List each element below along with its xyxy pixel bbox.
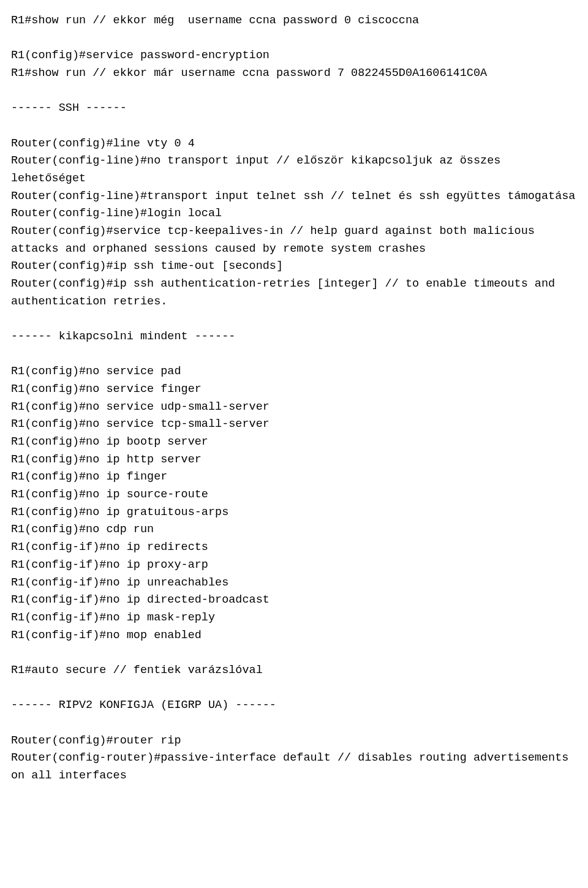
text-line: R1(config)#service password-encryption [11,47,577,65]
text-line: ------ kikapcsolni mindent ------ [11,328,577,346]
text-line: R1(config)#no service pad [11,363,577,381]
text-line: R1(config)#no ip http server [11,451,577,469]
text-line: R1(config)#no ip gratuitous-arps [11,504,577,522]
text-line: Router(config)#line vty 0 4 [11,135,577,153]
text-line [11,310,577,328]
text-line [11,715,577,732]
text-line: Router(config)#ip ssh time-out [seconds] [11,258,577,276]
text-line [11,644,577,662]
text-line: R1(config-if)#no ip unreachables [11,574,577,592]
text-line: R1(config)#no cdp run [11,521,577,539]
text-line: Router(config)#service tcp-keepalives-in… [11,223,577,258]
text-line: R1(config-if)#no ip directed-broadcast [11,592,577,609]
text-line [11,30,577,48]
text-line: Router(config)#ip ssh authentication-ret… [11,276,577,310]
text-line: R1(config-if)#no mop enabled [11,627,577,645]
text-line [11,680,577,698]
text-line: Router(config-line)#no transport input /… [11,152,577,187]
text-line: R1(config)#no ip finger [11,468,577,486]
text-line: ------ RIPV2 KONFIGJA (EIGRP UA) ------ [11,697,577,715]
text-line: Router(config-line)#transport input teln… [11,188,577,206]
text-line: R1(config)#no service udp-small-server [11,399,577,416]
text-line: Router(config-router)#passive-interface … [11,750,577,785]
text-line: R1#show run // ekkor már username ccna p… [11,65,577,83]
text-line: R1(config-if)#no ip proxy-arp [11,557,577,574]
text-line [11,83,577,100]
text-line [11,346,577,364]
text-line: R1(config-if)#no ip mask-reply [11,609,577,627]
text-line [11,118,577,135]
text-line: R1(config)#no ip bootp server [11,434,577,451]
text-line: R1#auto secure // fentiek varázslóval [11,662,577,680]
document-content: R1#show run // ekkor még username ccna p… [11,12,577,785]
text-line: R1(config-if)#no ip redirects [11,539,577,557]
text-line: R1(config)#no ip source-route [11,486,577,504]
text-line: Router(config)#router rip [11,732,577,750]
text-line: ------ SSH ------ [11,100,577,118]
text-line: R1(config)#no service tcp-small-server [11,416,577,434]
text-line: R1(config)#no service finger [11,381,577,399]
text-line: Router(config-line)#login local [11,205,577,223]
text-line: R1#show run // ekkor még username ccna p… [11,12,577,30]
